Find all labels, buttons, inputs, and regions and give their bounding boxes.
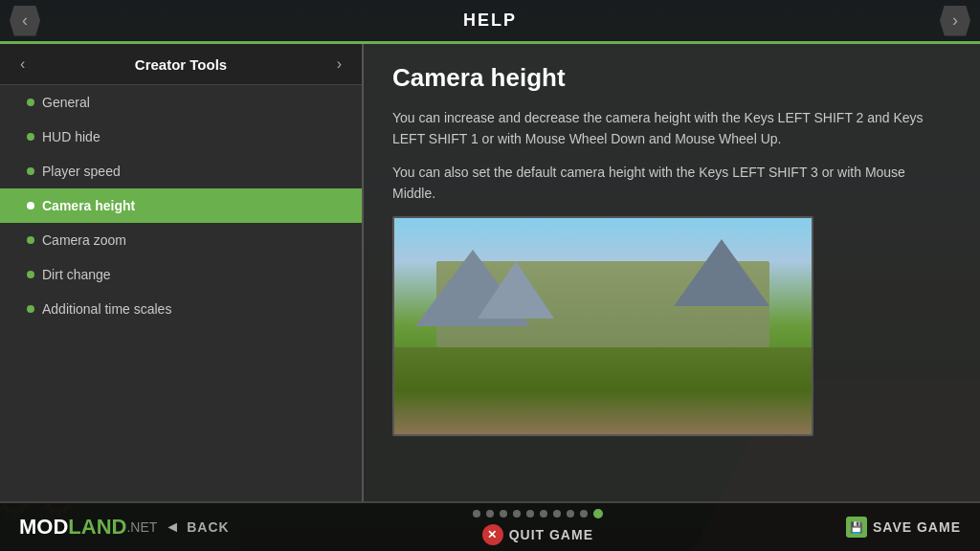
back-button[interactable]: ◄ BACK	[165, 518, 229, 536]
mountain3-decoration	[674, 239, 769, 306]
brand-logo: MODLAND.NET	[19, 515, 157, 540]
content-image	[392, 216, 813, 436]
quit-game-button[interactable]: ✕ QUIT GAME	[482, 524, 593, 545]
page-dot-9	[580, 510, 588, 518]
dot-icon	[27, 271, 34, 278]
page-dot-10	[593, 509, 603, 518]
bottom-center: ✕ QUIT GAME	[473, 509, 603, 545]
sidebar-scroll[interactable]: General HUD hide Player speed Camera hei…	[0, 85, 362, 501]
page-dot-7	[553, 510, 561, 518]
mountain2-decoration	[478, 261, 554, 319]
content-paragraph2: You can also set the default camera heig…	[392, 162, 951, 205]
page-dot-1	[473, 510, 480, 518]
dot-icon	[27, 133, 34, 141]
save-icon: 💾	[846, 517, 867, 538]
dot-icon	[27, 305, 34, 313]
bottom-bar: MODLAND.NET ◄ BACK ✕ QUIT	[0, 501, 980, 551]
content-area: ‹ Creator Tools › General HUD hide Playe…	[0, 44, 980, 501]
header-title: HELP	[463, 11, 517, 31]
header-next-button[interactable]: ›	[940, 6, 970, 36]
sidebar-item-dirt-change[interactable]: Dirt change	[0, 257, 362, 292]
sidebar-item-general[interactable]: General	[0, 85, 362, 120]
right-content: Camera height You can increase and decre…	[364, 44, 980, 501]
page-dot-5	[526, 510, 534, 518]
sidebar-item-hud-hide[interactable]: HUD hide	[0, 120, 362, 154]
dot-icon	[27, 99, 34, 106]
dot-icon	[27, 236, 34, 244]
sidebar: ‹ Creator Tools › General HUD hide Playe…	[0, 44, 364, 501]
sidebar-item-player-speed[interactable]: Player speed	[0, 154, 362, 188]
sidebar-header: ‹ Creator Tools ›	[0, 44, 362, 85]
page-dots	[473, 509, 603, 518]
bottom-left: MODLAND.NET ◄ BACK	[19, 515, 230, 540]
sidebar-next-button[interactable]: ›	[331, 54, 347, 75]
dot-icon	[27, 167, 34, 175]
content-title: Camera height	[392, 63, 951, 93]
brand-mod: MOD	[19, 515, 68, 540]
sidebar-title: Creator Tools	[135, 56, 227, 73]
sidebar-item-camera-height[interactable]: Camera height	[0, 188, 362, 223]
page-dot-3	[500, 510, 507, 518]
page-dot-4	[513, 510, 521, 518]
header-bar: ‹ HELP ›	[0, 0, 980, 44]
quit-icon: ✕	[482, 524, 503, 545]
page-dot-2	[486, 510, 494, 518]
content-paragraph1: You can increase and decrease the camera…	[392, 107, 951, 150]
page-dot-8	[567, 510, 574, 518]
save-game-button[interactable]: 💾 SAVE GAME	[846, 517, 961, 538]
back-arrow-icon: ◄	[165, 518, 181, 536]
sidebar-item-additional-time-scales[interactable]: Additional time scales	[0, 292, 362, 326]
bottom-right: 💾 SAVE GAME	[846, 517, 961, 538]
sidebar-prev-button[interactable]: ‹	[14, 54, 31, 75]
dot-icon	[27, 202, 34, 209]
main-overlay: ‹ HELP › ‹ Creator Tools › General HUD h…	[0, 0, 980, 551]
header-prev-button[interactable]: ‹	[10, 6, 40, 36]
brand-net: .NET	[126, 519, 157, 535]
sidebar-item-camera-zoom[interactable]: Camera zoom	[0, 223, 362, 257]
brand-land: LAND	[68, 515, 126, 540]
page-dot-6	[540, 510, 547, 518]
